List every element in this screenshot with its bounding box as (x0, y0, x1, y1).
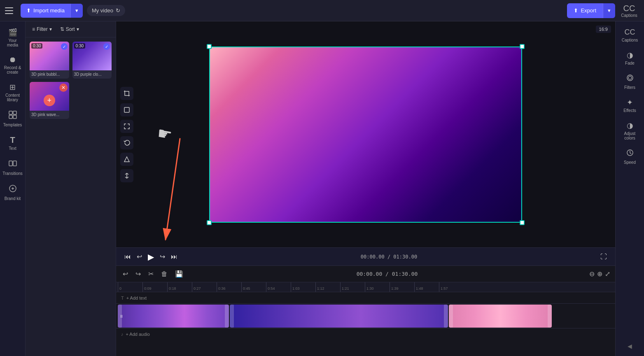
captions-button[interactable]: CC Captions (619, 1, 639, 21)
clip-handle-right[interactable] (548, 305, 552, 328)
right-tool-label: Captions (622, 38, 638, 42)
add-to-timeline-button[interactable]: + (44, 95, 55, 106)
aspect-ratio-badge[interactable]: 16:9 (596, 26, 611, 33)
fit-tool-button[interactable] (120, 120, 133, 133)
hamburger-menu[interactable] (5, 5, 16, 16)
right-tool-effects[interactable]: ✦ Effects (617, 95, 643, 116)
resize-handle-bl[interactable] (207, 220, 212, 225)
import-dropdown-button[interactable]: ▾ (70, 4, 83, 18)
media-duration: 0:30 (74, 43, 85, 49)
fullscreen-button[interactable]: ⛶ (600, 253, 607, 261)
text-icon: T (10, 135, 15, 145)
svg-rect-7 (124, 107, 129, 112)
sidebar-item-label: Contentlibrary (5, 93, 20, 102)
resize-handle-tr[interactable] (520, 44, 525, 49)
filter-button[interactable]: ≡ Filter ▾ (30, 25, 54, 34)
ruler-mark: 1:12 (315, 282, 340, 292)
media-item-wave[interactable]: ✕ + 3D pink wave... Add to timeline (30, 82, 69, 119)
add-audio-label[interactable]: + Add audio (126, 332, 150, 337)
media-toolbar: ≡ Filter ▾ ⇅ Sort ▾ (26, 21, 116, 37)
transitions-icon (8, 159, 17, 170)
brand-icon (8, 184, 17, 195)
resize-tool-button[interactable] (120, 103, 133, 116)
zoom-in-button[interactable]: ⊕ (597, 270, 602, 278)
svg-rect-0 (9, 111, 12, 114)
import-media-button[interactable]: ⬆ Import media (21, 4, 70, 18)
timeline-ruler: 0 0:09 0:18 0:27 0:36 0:45 0:54 1:03 1:1… (116, 282, 615, 292)
filter-icon: ≡ (32, 26, 35, 32)
clip-handle-right[interactable] (444, 305, 448, 328)
media-check-bubble: ✓ (61, 43, 68, 50)
undo-button[interactable]: ↩ (121, 268, 130, 279)
delete-media-button[interactable]: ✕ (59, 84, 68, 92)
delete-button[interactable]: 🗑 (159, 269, 169, 279)
triangle-tool-button[interactable] (120, 153, 133, 166)
fit-timeline-button[interactable]: ⤢ (605, 270, 610, 278)
sidebar-item-label: Your media (2, 38, 23, 47)
my-video-tab[interactable]: My video ↻ (87, 5, 125, 16)
clip-handle-right[interactable] (225, 305, 229, 328)
sidebar-item-label: Templates (3, 123, 22, 127)
clip-purple[interactable] (230, 305, 448, 328)
sort-dropdown-icon: ▾ (77, 26, 79, 32)
rewind-button[interactable]: ↩ (137, 253, 142, 261)
sidebar-item-text[interactable]: T Text (1, 132, 25, 154)
video-preview-area: 16:9 (116, 21, 615, 247)
clip-pink[interactable] (449, 305, 552, 328)
zoom-out-button[interactable]: ⊖ (589, 270, 595, 278)
play-button[interactable]: ▶ (148, 252, 154, 262)
media-item-purple[interactable]: 0:30 ✓ 3D purple clo... (72, 42, 112, 79)
media-item-bubble[interactable]: 0:30 ✓ 3D pink bubbl... (30, 42, 69, 79)
add-text-label[interactable]: + Add text (126, 296, 147, 300)
undo-tool-button[interactable] (120, 136, 133, 149)
video-track: ⏸ (116, 304, 615, 328)
crop-tool-button[interactable] (120, 87, 133, 100)
video-frame (209, 47, 522, 223)
right-tool-fade[interactable]: ◑ Fade (617, 47, 643, 69)
redo-button[interactable]: ↪ (134, 268, 142, 279)
resize-handle-tl[interactable] (207, 44, 212, 49)
clip-handle-left[interactable] (449, 305, 453, 328)
captions-label: Captions (621, 13, 637, 18)
captions-right-icon: CC (625, 28, 635, 37)
sidebar-item-transitions[interactable]: Transitions (1, 156, 25, 179)
skip-back-button[interactable]: ⏮ (124, 253, 131, 261)
cut-button[interactable]: ✂ (147, 268, 155, 279)
resize-handle-br[interactable] (520, 220, 525, 225)
sort-button[interactable]: ⇅ Sort ▾ (58, 25, 82, 34)
fast-forward-button[interactable]: ↪ (160, 253, 165, 261)
right-tool-label: Adjust colors (618, 131, 642, 140)
right-tool-captions[interactable]: CC Captions (617, 25, 643, 46)
right-tool-label: Effects (623, 108, 636, 113)
sidebar-item-brand[interactable]: Brand kit (1, 181, 25, 204)
clip-handle-left[interactable] (230, 305, 234, 328)
align-tool-button[interactable] (120, 169, 133, 182)
export-dropdown-button[interactable]: ▾ (603, 3, 615, 18)
media-grid: 0:30 ✓ 3D pink bubbl... 0:30 ✓ 3D purple… (26, 37, 116, 123)
playback-buttons: ⏮ ↩ ▶ ↪ ⏭ (124, 252, 177, 262)
text-track: T + Add text (116, 292, 615, 304)
right-tool-adjust-colors[interactable]: ◑ Adjust colors (617, 118, 643, 144)
right-tool-label: Speed (624, 160, 636, 165)
skip-forward-button[interactable]: ⏭ (171, 253, 177, 261)
sort-icon: ⇅ (60, 26, 64, 32)
content-library-icon: ⊞ (9, 83, 16, 92)
right-sidebar-collapse-button[interactable]: ◀ (624, 340, 635, 353)
media-duration: 0:30 (31, 43, 42, 49)
cc-icon: CC (623, 4, 635, 13)
ruler-mark: 1:30 (365, 282, 390, 292)
sidebar-item-content-library[interactable]: ⊞ Contentlibrary (1, 79, 25, 105)
svg-rect-1 (13, 111, 16, 114)
timeline-toolbar: ↩ ↪ ✂ 🗑 💾 00:00.00 / 01:30.00 ⊖ ⊕ ⤢ (116, 266, 615, 282)
right-tool-filters[interactable]: Filters (617, 70, 643, 93)
sidebar-item-your-media[interactable]: 🎬 Your media (1, 25, 25, 51)
right-tool-speed[interactable]: Speed (617, 145, 643, 168)
effects-icon: ✦ (627, 98, 633, 107)
sidebar-item-templates[interactable]: Templates (1, 107, 25, 130)
svg-rect-5 (13, 161, 16, 166)
save-button[interactable]: 💾 (173, 268, 185, 279)
clip-purple-pink[interactable]: ⏸ (118, 305, 229, 328)
filters-icon (626, 74, 634, 84)
sidebar-item-record-create[interactable]: ⏺ Record &create (1, 52, 25, 78)
export-button[interactable]: ⬆ Export (567, 3, 603, 18)
